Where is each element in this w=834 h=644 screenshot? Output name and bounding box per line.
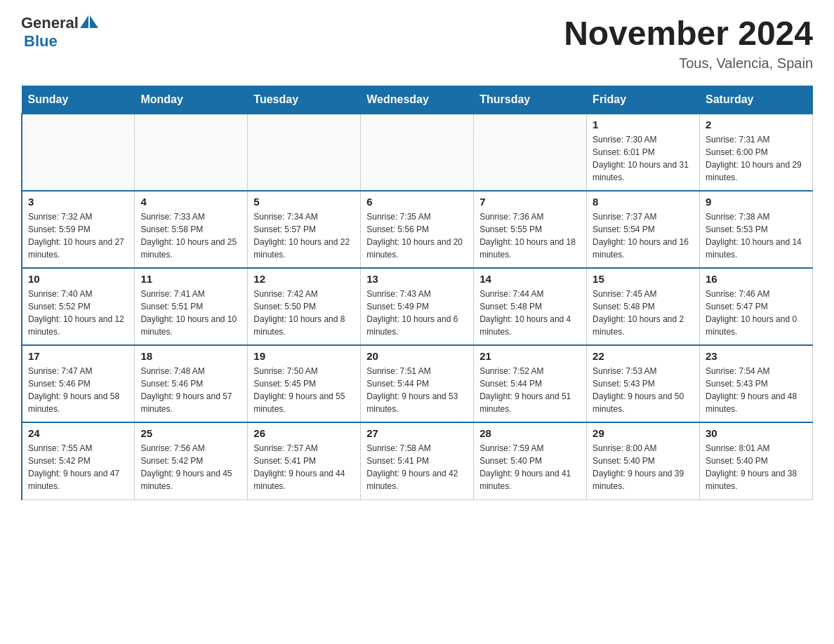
day-cell [135,114,248,191]
day-cell: 29Sunrise: 8:00 AMSunset: 5:40 PMDayligh… [587,422,700,499]
day-number: 4 [140,196,241,208]
day-info: Sunrise: 7:30 AMSunset: 6:01 PMDaylight:… [593,133,694,184]
day-info: Sunrise: 7:58 AMSunset: 5:41 PMDaylight:… [366,442,468,492]
day-cell: 10Sunrise: 7:40 AMSunset: 5:52 PMDayligh… [22,268,135,345]
day-number: 3 [28,196,128,208]
day-cell: 22Sunrise: 7:53 AMSunset: 5:43 PMDayligh… [587,345,700,422]
day-number: 16 [706,273,807,285]
day-cell: 20Sunrise: 7:51 AMSunset: 5:44 PMDayligh… [361,345,474,422]
day-info: Sunrise: 8:00 AMSunset: 5:40 PMDaylight:… [593,442,694,492]
day-info: Sunrise: 7:57 AMSunset: 5:41 PMDaylight:… [253,442,355,492]
location: Tous, Valencia, Spain [564,55,813,72]
day-cell: 24Sunrise: 7:55 AMSunset: 5:42 PMDayligh… [22,422,135,499]
day-cell: 9Sunrise: 7:38 AMSunset: 5:53 PMDaylight… [700,191,813,268]
day-info: Sunrise: 8:01 AMSunset: 5:40 PMDaylight:… [706,442,807,492]
day-info: Sunrise: 7:52 AMSunset: 5:44 PMDaylight:… [479,365,581,415]
day-info: Sunrise: 7:35 AMSunset: 5:56 PMDaylight:… [366,210,468,261]
day-info: Sunrise: 7:56 AMSunset: 5:42 PMDaylight:… [140,442,241,492]
day-info: Sunrise: 7:53 AMSunset: 5:43 PMDaylight:… [593,365,694,415]
day-cell: 15Sunrise: 7:45 AMSunset: 5:48 PMDayligh… [587,268,700,345]
day-number: 5 [253,196,355,208]
day-cell: 6Sunrise: 7:35 AMSunset: 5:56 PMDaylight… [361,191,474,268]
day-cell: 30Sunrise: 8:01 AMSunset: 5:40 PMDayligh… [700,422,813,499]
day-cell: 12Sunrise: 7:42 AMSunset: 5:50 PMDayligh… [248,268,361,345]
day-cell: 25Sunrise: 7:56 AMSunset: 5:42 PMDayligh… [135,422,248,499]
header-wednesday: Wednesday [361,86,474,114]
day-number: 21 [479,350,581,362]
day-info: Sunrise: 7:50 AMSunset: 5:45 PMDaylight:… [253,365,355,415]
day-info: Sunrise: 7:44 AMSunset: 5:48 PMDaylight:… [479,288,581,338]
day-cell: 7Sunrise: 7:36 AMSunset: 5:55 PMDaylight… [474,191,587,268]
day-number: 9 [706,196,807,208]
day-info: Sunrise: 7:41 AMSunset: 5:51 PMDaylight:… [140,288,241,338]
day-cell: 26Sunrise: 7:57 AMSunset: 5:41 PMDayligh… [248,422,361,499]
day-info: Sunrise: 7:48 AMSunset: 5:46 PMDaylight:… [140,365,241,415]
day-number: 28 [479,427,581,439]
day-cell: 14Sunrise: 7:44 AMSunset: 5:48 PMDayligh… [474,268,587,345]
day-number: 26 [253,427,355,439]
day-number: 6 [366,196,468,208]
logo-text-blue: Blue [24,32,58,51]
day-cell [474,114,587,191]
day-cell: 21Sunrise: 7:52 AMSunset: 5:44 PMDayligh… [474,345,587,422]
week-row-2: 3Sunrise: 7:32 AMSunset: 5:59 PMDaylight… [22,191,813,268]
day-number: 23 [706,350,807,362]
calendar: SundayMondayTuesdayWednesdayThursdayFrid… [21,86,813,500]
day-info: Sunrise: 7:37 AMSunset: 5:54 PMDaylight:… [593,210,694,261]
week-row-5: 24Sunrise: 7:55 AMSunset: 5:42 PMDayligh… [22,422,813,499]
day-cell: 13Sunrise: 7:43 AMSunset: 5:49 PMDayligh… [361,268,474,345]
month-title: November 2024 [564,14,813,53]
day-number: 17 [28,350,128,362]
day-cell: 3Sunrise: 7:32 AMSunset: 5:59 PMDaylight… [22,191,135,268]
page-header: General Blue November 2024 Tous, Valenci… [21,14,813,72]
day-info: Sunrise: 7:33 AMSunset: 5:58 PMDaylight:… [140,210,241,261]
day-number: 11 [140,273,241,285]
day-info: Sunrise: 7:36 AMSunset: 5:55 PMDaylight:… [479,210,581,261]
day-number: 20 [366,350,468,362]
day-cell: 2Sunrise: 7:31 AMSunset: 6:00 PMDaylight… [700,114,813,191]
header-saturday: Saturday [700,86,813,114]
day-number: 10 [28,273,128,285]
header-row: SundayMondayTuesdayWednesdayThursdayFrid… [22,86,813,114]
day-info: Sunrise: 7:47 AMSunset: 5:46 PMDaylight:… [28,365,128,415]
day-number: 18 [140,350,241,362]
day-cell: 8Sunrise: 7:37 AMSunset: 5:54 PMDaylight… [587,191,700,268]
day-number: 19 [253,350,355,362]
day-number: 7 [479,196,581,208]
header-monday: Monday [135,86,248,114]
day-cell: 23Sunrise: 7:54 AMSunset: 5:43 PMDayligh… [700,345,813,422]
week-row-1: 1Sunrise: 7:30 AMSunset: 6:01 PMDaylight… [22,114,813,191]
calendar-header: SundayMondayTuesdayWednesdayThursdayFrid… [22,86,813,114]
day-cell: 28Sunrise: 7:59 AMSunset: 5:40 PMDayligh… [474,422,587,499]
day-number: 2 [706,119,807,130]
day-info: Sunrise: 7:32 AMSunset: 5:59 PMDaylight:… [28,210,128,261]
day-info: Sunrise: 7:42 AMSunset: 5:50 PMDaylight:… [253,288,355,338]
day-info: Sunrise: 7:51 AMSunset: 5:44 PMDaylight:… [366,365,468,415]
day-info: Sunrise: 7:45 AMSunset: 5:48 PMDaylight:… [593,288,694,338]
day-info: Sunrise: 7:54 AMSunset: 5:43 PMDaylight:… [706,365,807,415]
week-row-3: 10Sunrise: 7:40 AMSunset: 5:52 PMDayligh… [22,268,813,345]
header-friday: Friday [587,86,700,114]
day-number: 1 [593,119,694,130]
day-cell: 27Sunrise: 7:58 AMSunset: 5:41 PMDayligh… [361,422,474,499]
day-cell: 18Sunrise: 7:48 AMSunset: 5:46 PMDayligh… [135,345,248,422]
day-number: 14 [479,273,581,285]
day-info: Sunrise: 7:38 AMSunset: 5:53 PMDaylight:… [706,210,807,261]
day-cell: 4Sunrise: 7:33 AMSunset: 5:58 PMDaylight… [135,191,248,268]
day-number: 29 [593,427,694,439]
day-info: Sunrise: 7:31 AMSunset: 6:00 PMDaylight:… [706,133,807,184]
week-row-4: 17Sunrise: 7:47 AMSunset: 5:46 PMDayligh… [22,345,813,422]
header-sunday: Sunday [22,86,135,114]
day-info: Sunrise: 7:40 AMSunset: 5:52 PMDaylight:… [28,288,128,338]
day-number: 25 [140,427,241,439]
day-cell [248,114,361,191]
logo: General Blue [21,14,98,51]
day-info: Sunrise: 7:43 AMSunset: 5:49 PMDaylight:… [366,288,468,338]
day-number: 22 [593,350,694,362]
day-number: 24 [28,427,128,439]
title-section: November 2024 Tous, Valencia, Spain [564,14,813,72]
header-thursday: Thursday [474,86,587,114]
day-cell: 16Sunrise: 7:46 AMSunset: 5:47 PMDayligh… [700,268,813,345]
day-cell: 5Sunrise: 7:34 AMSunset: 5:57 PMDaylight… [248,191,361,268]
day-cell: 19Sunrise: 7:50 AMSunset: 5:45 PMDayligh… [248,345,361,422]
